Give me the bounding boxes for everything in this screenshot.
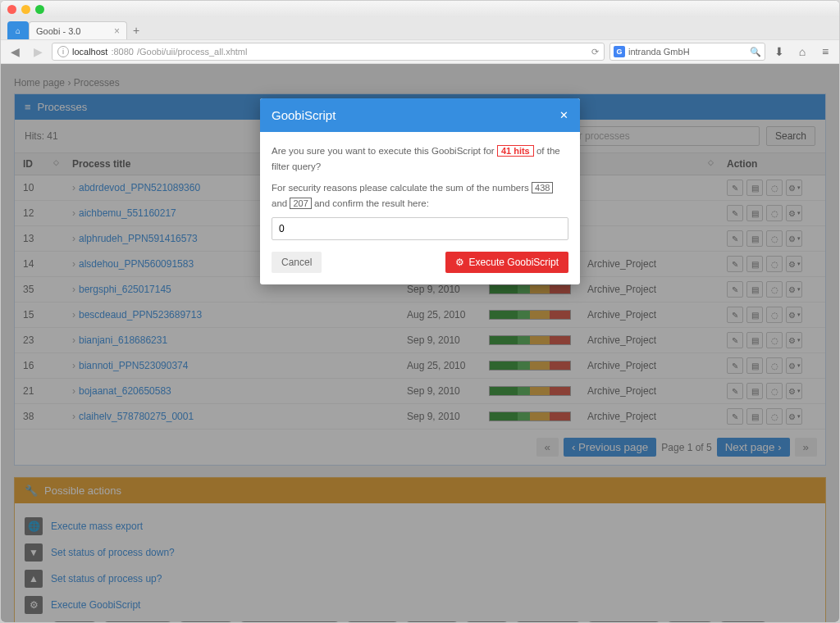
captcha-input[interactable]: [272, 217, 568, 240]
home-icon[interactable]: ⌂: [793, 43, 811, 61]
url-port: :8080: [111, 47, 134, 57]
search-query: intranda GmbH: [628, 47, 746, 57]
url-path: /Goobi/uii/process_all.xhtml: [137, 47, 248, 57]
back-button[interactable]: ◀: [6, 43, 24, 61]
url-host: localhost: [72, 47, 107, 57]
url-field[interactable]: i localhost:8080/Goobi/uii/process_all.x…: [52, 43, 605, 61]
gears-icon: ⚙: [455, 257, 464, 268]
modal-line2: For security reasons please calculate th…: [272, 180, 568, 211]
browser-search[interactable]: G intranda GmbH 🔍: [609, 43, 765, 61]
goobiscript-modal: GoobiScript ✕ Are you sure you want to e…: [260, 98, 580, 284]
modal-line1: Are you sure you want to execute this Go…: [272, 143, 568, 174]
menu-icon[interactable]: ≡: [816, 43, 834, 61]
hits-badge: 41 hits: [497, 145, 534, 157]
search-icon[interactable]: 🔍: [750, 47, 761, 57]
new-tab-button[interactable]: +: [127, 21, 145, 39]
tab-title: Goobi - 3.0: [36, 26, 80, 36]
tab-strip: ⌂ Goobi - 3.0 × +: [1, 17, 839, 39]
execute-button[interactable]: ⚙ Execute GoobiScript: [445, 252, 568, 273]
reload-icon[interactable]: ⟳: [591, 47, 599, 57]
window-close-icon[interactable]: [7, 5, 16, 14]
address-bar: ◀ ▶ i localhost:8080/Goobi/uii/process_a…: [1, 39, 839, 64]
close-icon[interactable]: ✕: [559, 109, 568, 121]
window-zoom-icon[interactable]: [35, 5, 44, 14]
browser-tab[interactable]: Goobi - 3.0 ×: [29, 21, 127, 39]
window-titlebar: [1, 1, 839, 17]
cancel-button[interactable]: Cancel: [272, 252, 322, 273]
modal-overlay: GoobiScript ✕ Are you sure you want to e…: [1, 64, 839, 622]
tab-close-icon[interactable]: ×: [114, 25, 120, 37]
captcha-num2: 207: [290, 198, 311, 209]
modal-header: GoobiScript ✕: [260, 98, 580, 132]
downloads-icon[interactable]: ⬇: [770, 43, 788, 61]
captcha-num1: 438: [532, 182, 553, 193]
modal-title: GoobiScript: [272, 108, 336, 122]
site-info-icon[interactable]: i: [57, 46, 69, 57]
pinned-tab[interactable]: ⌂: [7, 21, 29, 39]
search-engine-icon: G: [614, 46, 625, 57]
forward-button[interactable]: ▶: [29, 43, 47, 61]
window-minimize-icon[interactable]: [21, 5, 30, 14]
